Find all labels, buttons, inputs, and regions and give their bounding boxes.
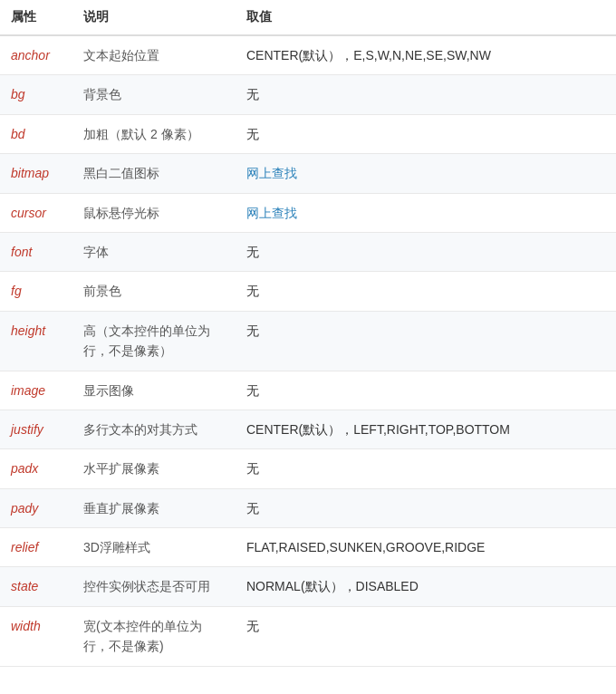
cell-desc: 黑白二值图标	[72, 154, 236, 193]
table-row: height高（文本控件的单位为行，不是像素）无	[0, 311, 616, 371]
cell-value: 无	[236, 114, 616, 153]
table-row: relief3D浮雕样式FLAT,RAISED,SUNKEN,GROOVE,RI…	[0, 528, 616, 567]
cell-value: 网上查找	[236, 154, 616, 193]
table-header-row: 属性 说明 取值	[0, 0, 616, 35]
table-row: padx水平扩展像素无	[0, 449, 616, 488]
cell-attr: height	[0, 311, 72, 371]
cell-value: CENTER(默认），LEFT,RIGHT,TOP,BOTTOM	[236, 410, 616, 448]
table-row: width宽(文本控件的单位为行，不是像素)无	[0, 606, 616, 666]
cell-value: 网上查找	[236, 193, 616, 232]
cell-desc: 前景色	[72, 272, 236, 311]
cell-desc: 控件实例状态是否可用	[72, 567, 236, 606]
cell-value: CENTER(默认），E,S,W,N,NE,SE,SW,NW	[236, 35, 616, 75]
header-desc: 说明	[72, 0, 236, 35]
header-attr: 属性	[0, 0, 72, 35]
cell-value: 无	[236, 311, 616, 371]
cell-attr: bg	[0, 75, 72, 114]
value-link[interactable]: 网上查找	[246, 166, 297, 180]
table-row: justify多行文本的对其方式CENTER(默认），LEFT,RIGHT,TO…	[0, 410, 616, 448]
cell-attr: relief	[0, 528, 72, 567]
attributes-table: 属性 说明 取值 anchor文本起始位置CENTER(默认），E,S,W,N,…	[0, 0, 616, 667]
cell-desc: 宽(文本控件的单位为行，不是像素)	[72, 606, 236, 666]
cell-value: 无	[236, 371, 616, 410]
table-row: state控件实例状态是否可用NORMAL(默认），DISABLED	[0, 567, 616, 606]
cell-desc: 多行文本的对其方式	[72, 410, 236, 448]
table-row: cursor鼠标悬停光标网上查找	[0, 193, 616, 232]
cell-attr: justify	[0, 410, 72, 448]
cell-desc: 垂直扩展像素	[72, 488, 236, 527]
header-value: 取值	[236, 0, 616, 35]
cell-attr: state	[0, 567, 72, 606]
cell-desc: 显示图像	[72, 371, 236, 410]
cell-value: 无	[236, 606, 616, 666]
cell-value: FLAT,RAISED,SUNKEN,GROOVE,RIDGE	[236, 528, 616, 567]
cell-value: 无	[236, 232, 616, 271]
table-row: bd加粗（默认 2 像素）无	[0, 114, 616, 153]
cell-desc: 3D浮雕样式	[72, 528, 236, 567]
cell-desc: 鼠标悬停光标	[72, 193, 236, 232]
value-link[interactable]: 网上查找	[246, 206, 297, 220]
cell-value: 无	[236, 272, 616, 311]
table-row: anchor文本起始位置CENTER(默认），E,S,W,N,NE,SE,SW,…	[0, 35, 616, 75]
cell-desc: 高（文本控件的单位为行，不是像素）	[72, 311, 236, 371]
cell-value: NORMAL(默认），DISABLED	[236, 567, 616, 606]
cell-value: 无	[236, 449, 616, 488]
cell-desc: 水平扩展像素	[72, 449, 236, 488]
cell-desc: 背景色	[72, 75, 236, 114]
cell-value: 无	[236, 488, 616, 527]
cell-attr: image	[0, 371, 72, 410]
table-row: fg前景色无	[0, 272, 616, 311]
table-row: image显示图像无	[0, 371, 616, 410]
cell-attr: width	[0, 606, 72, 666]
table-row: bitmap黑白二值图标网上查找	[0, 154, 616, 193]
cell-attr: bitmap	[0, 154, 72, 193]
cell-desc: 字体	[72, 232, 236, 271]
cell-attr: font	[0, 232, 72, 271]
cell-desc: 文本起始位置	[72, 35, 236, 75]
cell-attr: pady	[0, 488, 72, 527]
cell-desc: 加粗（默认 2 像素）	[72, 114, 236, 153]
cell-attr: cursor	[0, 193, 72, 232]
cell-attr: padx	[0, 449, 72, 488]
table-row: pady垂直扩展像素无	[0, 488, 616, 527]
table-row: font字体无	[0, 232, 616, 271]
table-row: bg背景色无	[0, 75, 616, 114]
cell-attr: fg	[0, 272, 72, 311]
cell-value: 无	[236, 75, 616, 114]
cell-attr: bd	[0, 114, 72, 153]
cell-attr: anchor	[0, 35, 72, 75]
